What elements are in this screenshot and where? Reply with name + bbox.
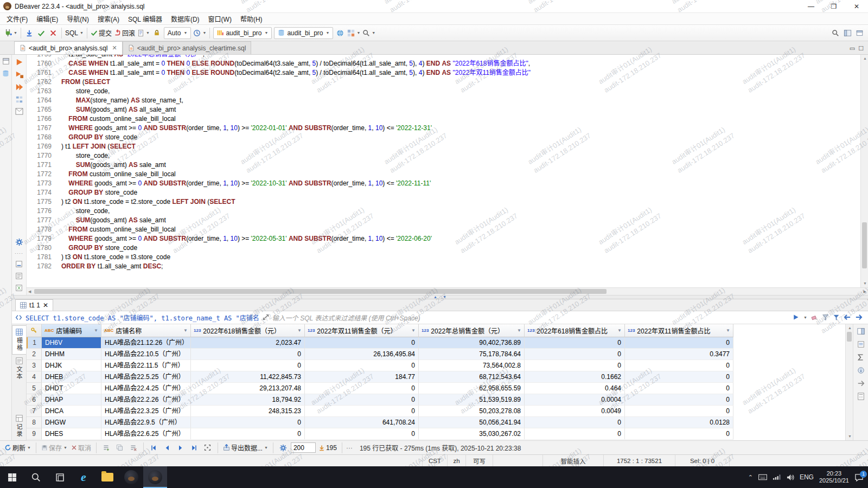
search-icon[interactable] [829, 27, 841, 40]
table-cell[interactable]: HLA唯品会22.4.25（广州） [101, 383, 191, 394]
close-icon[interactable]: ✕ [112, 44, 117, 52]
column-header[interactable]: 1232022年双11销售金额占比▼ [625, 324, 733, 337]
filter-query-text[interactable]: SELECT t1.store_code AS "店铺编码", t1.store… [25, 313, 259, 322]
menu-item[interactable]: 导航(N) [62, 12, 93, 25]
search-menu-button[interactable]: ▼ [361, 27, 376, 40]
execute-new-tab-button[interactable] [15, 70, 23, 79]
table-cell[interactable]: HLA唯品会22.10.5（广州） [101, 349, 191, 360]
value-viewer-icon[interactable] [857, 341, 865, 348]
code-line[interactable]: FROM custom_online_sale_bill_local [61, 170, 860, 179]
grid-vertical-scrollbar[interactable]: ▲ ▼ [845, 324, 853, 440]
toggle-log-panel-icon[interactable] [15, 260, 23, 268]
task-view-icon[interactable] [48, 466, 72, 488]
close-icon[interactable]: ✕ [43, 301, 48, 309]
editor-vscroll-thumb[interactable] [862, 222, 867, 269]
table-cell[interactable]: 0.3477 [625, 349, 733, 360]
table-cell[interactable]: 73,564,002.8 [419, 360, 525, 371]
row-number[interactable]: 8 [27, 417, 42, 428]
table-cell[interactable]: 0 [625, 371, 733, 383]
table-cell[interactable]: 0 [305, 360, 419, 371]
last-row-icon[interactable] [188, 441, 200, 454]
lock-icon[interactable] [151, 27, 163, 40]
start-button[interactable] [0, 466, 24, 488]
cancel-exec-button[interactable] [47, 27, 59, 40]
code-line[interactable]: CASE WHEN t1.all_sale_amt = 0 THEN 0 ELS… [61, 59, 860, 68]
table-cell[interactable]: 18,794.92 [191, 394, 305, 406]
speaker-icon[interactable] [786, 474, 794, 481]
table-cell[interactable]: DH6V [42, 337, 101, 349]
editor-tab[interactable]: <audit_bi_pro> analysis_cleartime.sql [123, 41, 252, 54]
aggregate-icon[interactable] [857, 354, 864, 361]
filter-icon[interactable] [833, 314, 840, 321]
first-row-icon[interactable] [148, 441, 159, 454]
toggle-output-panel-icon[interactable] [15, 272, 23, 280]
new-connection-button[interactable]: ▼ [3, 27, 18, 40]
grid-vscroll-thumb[interactable] [847, 332, 852, 342]
cancel-button[interactable]: 取消 [70, 441, 92, 454]
apply-filter-icon[interactable] [793, 314, 799, 320]
table-cell[interactable]: 11,422,845.73 [191, 371, 305, 383]
touch-keyboard-icon[interactable] [758, 474, 767, 480]
table-cell[interactable]: 248,315.23 [191, 406, 305, 417]
table-cell[interactable]: 0.0128 [625, 417, 733, 428]
internet-explorer-icon[interactable]: e [72, 466, 95, 488]
execute-script-button[interactable] [15, 83, 23, 91]
explain-plan-button[interactable] [15, 95, 23, 104]
action-center-icon[interactable]: 1 [854, 473, 864, 481]
table-cell[interactable]: 0 [191, 417, 305, 428]
transaction-history-button[interactable]: ▼ [192, 27, 207, 40]
connection-select[interactable]: audit_bi_pro▼ [213, 27, 272, 39]
export-from-query-button[interactable] [15, 108, 23, 115]
table-cell[interactable]: DHAP [42, 394, 101, 406]
editor-vertical-scrollbar[interactable]: ▲ ▼ [860, 55, 868, 287]
menu-item[interactable]: SQL 编辑器 [124, 12, 167, 25]
table-cell[interactable]: 0 [525, 337, 625, 349]
editor-hscroll-thumb[interactable] [34, 289, 607, 294]
code-line[interactable]: SUM(goods_amt) AS sale_amt [61, 216, 860, 225]
table-cell[interactable]: DHEB [42, 371, 101, 383]
table-cell[interactable]: 90,402,736.89 [419, 337, 525, 349]
close-button[interactable]: ✕ [845, 0, 868, 12]
table-cell[interactable]: 75,178,784.64 [419, 349, 525, 360]
menu-item[interactable]: 编辑(E) [32, 12, 62, 25]
column-header[interactable]: 1232022年总销售金额（元）▼ [419, 324, 525, 337]
table-cell[interactable]: 0 [305, 394, 419, 406]
table-cell[interactable]: 50,056,241.94 [419, 417, 525, 428]
table-cell[interactable]: DHHM [42, 349, 101, 360]
code-line[interactable]: WHERE goods_amt >= 0 AND SUBSTR(order_ti… [61, 234, 860, 243]
table-cell[interactable]: DHJK [42, 360, 101, 371]
table-cell[interactable]: 0 [305, 337, 419, 349]
code-line[interactable]: WHERE goods_amt >= 0 AND SUBSTR(order_ti… [61, 179, 860, 188]
code-line[interactable]: ) t2 ON t1.store_code = t2.store_code LE… [61, 197, 860, 207]
open-perspective-icon[interactable] [853, 27, 865, 40]
maximize-view-icon[interactable]: ☐ [858, 45, 864, 52]
column-filter-icon[interactable]: ▼ [411, 328, 416, 333]
fetch-next-button[interactable] [23, 27, 35, 40]
table-cell[interactable]: 0.464 [525, 383, 625, 394]
code-line[interactable]: ) t1 LEFT JOIN (SELECT [61, 142, 860, 151]
open-value-panel-icon[interactable] [857, 328, 865, 335]
table-cell[interactable]: 184.77 [305, 371, 419, 383]
table-cell[interactable]: 0 [625, 383, 733, 394]
code-line[interactable]: store_code, [61, 87, 860, 96]
table-cell[interactable]: 0 [525, 417, 625, 428]
execute-statement-button[interactable] [15, 58, 23, 66]
duplicate-row-icon[interactable] [114, 441, 126, 454]
transaction-log-button[interactable]: ▼ [136, 27, 151, 40]
calc-panel-icon[interactable] [857, 393, 865, 400]
export-data-button[interactable]: 导出数据...▼ [222, 441, 269, 454]
filter-input[interactable]: 输入一个 SQL 表达式来过滤结果 (使用 Ctrl+Space) [272, 313, 789, 322]
table-cell[interactable]: 641,708.24 [305, 417, 419, 428]
table-cell[interactable]: 62,958,655.59 [419, 383, 525, 394]
restore-views-icon[interactable] [2, 57, 10, 65]
rollback-button[interactable]: 回滚 [113, 27, 136, 40]
autocommit-select[interactable]: Auto▼ [164, 27, 192, 39]
commit-button[interactable]: 提交 [90, 27, 113, 40]
column-filter-icon[interactable]: ▼ [94, 328, 98, 333]
table-cell[interactable]: 0 [305, 406, 419, 417]
code-line[interactable]: GROUP BY store_code [61, 188, 860, 197]
minimize-view-icon[interactable]: ▭ [850, 45, 855, 52]
column-filter-icon[interactable]: ▼ [183, 328, 188, 333]
table-cell[interactable]: 0 [191, 428, 305, 440]
table-cell[interactable]: HLA唯品会21.12.26（广州） [101, 337, 191, 349]
